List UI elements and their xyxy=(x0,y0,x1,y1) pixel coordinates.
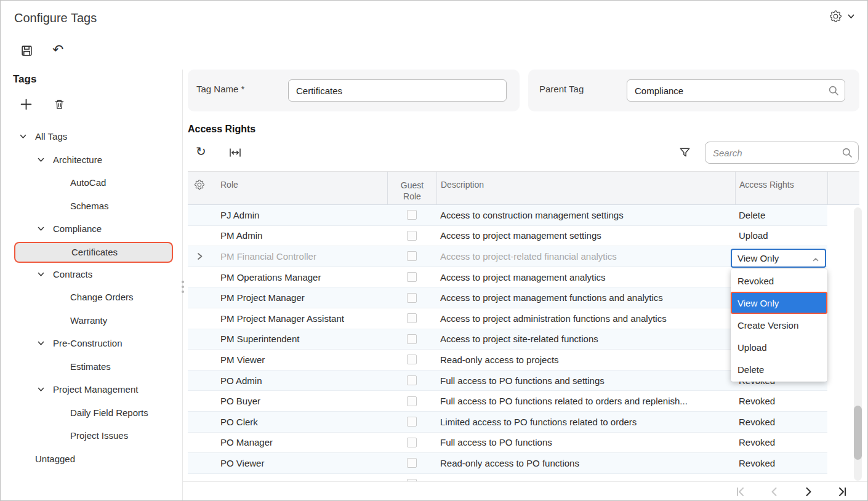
access-rights-cell[interactable]: Revoked xyxy=(735,417,827,427)
chevron-down-icon[interactable] xyxy=(37,385,45,393)
table-row[interactable]: PM Admin Access to project management se… xyxy=(188,226,827,247)
tree-item-project-issues[interactable]: Project Issues xyxy=(14,424,173,447)
tree-item-pre-construction[interactable]: Pre-Construction xyxy=(14,332,173,355)
tree-item-architecture[interactable]: Architecture xyxy=(14,148,173,172)
access-rights-cell[interactable]: Revoked xyxy=(735,396,827,406)
tree-item-label: Project Issues xyxy=(70,430,128,441)
dropdown-option-revoked[interactable]: Revoked xyxy=(731,270,827,292)
tree-item-untagged[interactable]: Untagged xyxy=(14,447,173,471)
guest-role-checkbox[interactable] xyxy=(407,355,417,364)
access-rights-cell[interactable]: Revoked xyxy=(735,437,827,447)
guest-role-checkbox[interactable] xyxy=(407,417,417,427)
guest-role-checkbox[interactable] xyxy=(407,210,417,220)
dropdown-option-upload[interactable]: Upload xyxy=(731,337,827,359)
tree-item-label: All Tags xyxy=(35,131,67,142)
table-row[interactable]: PO Buyer Full access to PO functions rel… xyxy=(188,391,827,412)
tree-item-certificates[interactable]: Certificates xyxy=(14,242,173,263)
tree-item-compliance[interactable]: Compliance xyxy=(14,217,173,241)
tree-item-all-tags[interactable]: All Tags xyxy=(14,125,173,148)
pagination-bar xyxy=(183,481,868,501)
table-row[interactable]: PJ Admin Access to construction manageme… xyxy=(188,205,827,226)
previous-page-button[interactable] xyxy=(769,486,780,497)
tree-item-schemas[interactable]: Schemas xyxy=(14,194,173,218)
refresh-icon: ↻ xyxy=(196,145,206,158)
table-row[interactable]: PO Viewer Read-only access to PO functio… xyxy=(188,453,827,474)
next-page-button[interactable] xyxy=(803,486,814,497)
search-input[interactable] xyxy=(705,142,859,164)
chevron-down-icon[interactable] xyxy=(37,270,45,278)
row-expander-icon[interactable] xyxy=(188,252,211,261)
tree-item-warranty[interactable]: Warranty xyxy=(14,309,173,332)
guest-role-checkbox[interactable] xyxy=(407,375,417,385)
tree-item-contracts[interactable]: Contracts xyxy=(14,263,173,286)
column-header-description[interactable]: Description xyxy=(436,172,735,204)
role-cell: PM Financial Controller xyxy=(211,251,387,262)
description-cell: Full access to PO functions related to o… xyxy=(436,396,735,406)
tree-item-estimates[interactable]: Estimates xyxy=(14,355,173,379)
description-cell: Access to project management settings xyxy=(436,230,735,241)
tree-item-autocad[interactable]: AutoCad xyxy=(14,171,173,194)
tree-item-daily-field-reports[interactable]: Daily Field Reports xyxy=(14,401,173,425)
save-button[interactable] xyxy=(20,44,33,57)
vertical-scrollbar-thumb[interactable] xyxy=(854,406,862,460)
dropdown-option-view-only[interactable]: View Only xyxy=(731,292,827,314)
access-rights-cell[interactable]: Upload xyxy=(735,230,827,241)
table-row[interactable]: PO Manager Full access to PO functions R… xyxy=(188,433,827,454)
access-rights-select[interactable]: View Only xyxy=(731,249,826,268)
access-rights-cell[interactable]: Delete xyxy=(735,210,827,220)
parent-tag-input[interactable] xyxy=(627,79,845,102)
tag-name-input[interactable] xyxy=(288,79,507,102)
chevron-up-icon[interactable] xyxy=(812,256,819,263)
splitter-drag-handle[interactable] xyxy=(180,281,185,293)
description-cell: Limited access to PO functions related t… xyxy=(436,417,735,427)
save-icon xyxy=(20,44,33,57)
first-page-button[interactable] xyxy=(735,486,746,497)
guest-role-checkbox[interactable] xyxy=(407,458,417,468)
table-row-partial[interactable] xyxy=(188,474,827,481)
dropdown-option-create-version[interactable]: Create Version xyxy=(731,314,827,336)
guest-role-checkbox[interactable] xyxy=(407,396,417,406)
tree-item-project-management[interactable]: Project Management xyxy=(14,378,173,401)
guest-role-checkbox[interactable] xyxy=(407,272,417,282)
settings-caret-icon[interactable] xyxy=(847,12,855,20)
guest-role-checkbox[interactable] xyxy=(407,293,417,303)
settings-gear-icon[interactable] xyxy=(830,10,842,22)
chevron-down-icon[interactable] xyxy=(37,225,45,233)
lookup-search-icon[interactable] xyxy=(828,85,839,96)
column-header-spacer xyxy=(827,172,859,204)
access-rights-cell[interactable]: Revoked xyxy=(735,458,827,468)
undo-button[interactable]: ↶ xyxy=(52,41,63,58)
column-header-guest-role[interactable]: Guest Role xyxy=(387,172,436,204)
guest-role-checkbox[interactable] xyxy=(407,231,417,241)
delete-tag-button[interactable] xyxy=(54,98,65,110)
sidebar-title: Tags xyxy=(13,73,36,86)
column-header-access-rights[interactable]: Access Rights xyxy=(735,172,827,204)
access-rights-dropdown-menu: Revoked View Only Create Version Upload … xyxy=(731,269,827,382)
chevron-down-icon[interactable] xyxy=(37,339,45,347)
search-icon[interactable] xyxy=(842,147,853,158)
parent-tag-label: Parent Tag xyxy=(539,84,584,94)
tree-item-change-orders[interactable]: Change Orders xyxy=(14,286,173,309)
chevron-down-icon[interactable] xyxy=(37,156,45,164)
page-title: Configure Tags xyxy=(14,11,97,25)
tree-item-label: Certificates xyxy=(71,247,118,257)
last-page-button[interactable] xyxy=(837,486,848,497)
guest-role-checkbox[interactable] xyxy=(407,334,417,344)
fit-to-width-button[interactable] xyxy=(229,147,241,158)
filter-button[interactable] xyxy=(679,146,691,158)
description-cell: Access to construction management settin… xyxy=(436,210,735,220)
column-settings-gear-icon[interactable] xyxy=(188,172,211,204)
chevron-down-icon[interactable] xyxy=(19,132,27,140)
table-row[interactable]: PO Clerk Limited access to PO functions … xyxy=(188,412,827,433)
tree-item-label: Change Orders xyxy=(70,292,134,302)
plus-icon xyxy=(20,98,33,111)
add-tag-button[interactable] xyxy=(20,98,33,111)
guest-role-checkbox[interactable] xyxy=(407,438,417,447)
description-cell: Access to project site-related functions xyxy=(436,334,735,344)
description-cell: Read-only access to PO functions xyxy=(436,458,735,468)
refresh-button[interactable]: ↻ xyxy=(196,144,206,159)
dropdown-option-delete[interactable]: Delete xyxy=(731,359,827,381)
guest-role-checkbox[interactable] xyxy=(407,313,417,323)
guest-role-checkbox[interactable] xyxy=(407,251,417,261)
column-header-role[interactable]: Role xyxy=(211,172,387,204)
